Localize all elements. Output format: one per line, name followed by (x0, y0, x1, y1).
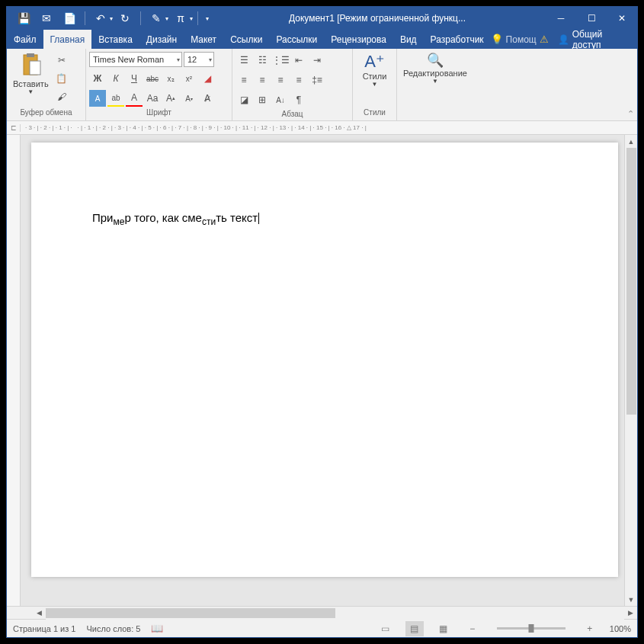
show-marks-button[interactable]: ¶ (290, 91, 307, 108)
tab-file[interactable]: Файл (7, 30, 43, 49)
ruler-ticks: · 3 · | · 2 · | · 1 · | · · | · 1 · | · … (21, 124, 637, 131)
highlight-color-button[interactable]: ab (107, 90, 124, 107)
horizontal-scrollbar[interactable]: ◀ ▶ (7, 606, 637, 619)
mail-button[interactable]: ✉ (36, 8, 57, 29)
editing-button[interactable]: 🔍 Редактирование ▼ (400, 50, 470, 86)
horizontal-ruler[interactable]: ⊏ · 3 · | · 2 · | · 1 · | · · | · 1 · | … (7, 121, 637, 135)
superscript-button[interactable]: x² (181, 70, 197, 87)
web-layout-button[interactable]: ▦ (434, 621, 453, 636)
proofing-icon[interactable]: 📖 (151, 623, 163, 634)
subscript-button[interactable]: x₂ (162, 70, 179, 87)
tab-mailings[interactable]: Рассылки (269, 30, 324, 49)
justify-button[interactable]: ≡ (290, 72, 307, 88)
paste-button[interactable]: Вставить ▼ (10, 50, 52, 97)
undo-button[interactable]: ↶ (90, 8, 111, 29)
save-button[interactable]: 💾 (13, 8, 34, 29)
tab-design[interactable]: Дизайн (139, 30, 184, 49)
font-color-button[interactable]: A (126, 90, 143, 107)
tab-references[interactable]: Ссылки (223, 30, 269, 49)
shading-button[interactable]: ◪ (235, 91, 252, 108)
draw-dropdown[interactable]: ▾ (165, 15, 168, 22)
scroll-down-button[interactable]: ▼ (625, 593, 637, 606)
close-button[interactable]: ✕ (607, 7, 637, 30)
vertical-ruler[interactable] (7, 135, 21, 606)
italic-button[interactable]: К (107, 70, 124, 87)
styles-button[interactable]: A⁺ Стили ▼ (360, 50, 390, 89)
page-status[interactable]: Страница 1 из 1 (13, 624, 75, 633)
scroll-right-button[interactable]: ▶ (624, 607, 637, 620)
cut-button[interactable]: ✂ (53, 52, 70, 69)
chevron-down-icon: ▼ (372, 81, 378, 88)
line-spacing-button[interactable]: ‡≡ (309, 72, 325, 88)
zoom-slider[interactable] (497, 627, 566, 630)
share-label: Общий доступ (572, 29, 625, 50)
hscroll-track[interactable] (46, 607, 624, 620)
font-name-combo[interactable]: Times New Roman (89, 52, 182, 67)
borders-button[interactable]: ⊞ (254, 91, 271, 108)
zoom-level[interactable]: 100% (610, 624, 631, 633)
redo-button[interactable]: ↻ (114, 8, 136, 29)
copy-button[interactable]: 📋 (53, 70, 70, 87)
increase-indent-button[interactable]: ⇥ (309, 52, 325, 69)
align-left-button[interactable]: ≡ (235, 72, 252, 88)
status-bar: Страница 1 из 1 Число слов: 5 📖 ▭ ▤ ▦ − … (7, 619, 637, 637)
tell-me[interactable]: Помощ (506, 34, 537, 45)
maximize-button[interactable]: ☐ (576, 7, 607, 30)
shrink-font-button[interactable]: A▾ (181, 90, 197, 107)
scroll-left-button[interactable]: ◀ (33, 607, 46, 620)
multilevel-button[interactable]: ⋮☰ (272, 52, 289, 69)
app-window: 💾 ✉ 📄 ↶▾ ↻ ✎▾ π▾ ▾ Документ1 [Режим огра… (6, 6, 638, 638)
tab-review[interactable]: Рецензирова (324, 30, 393, 49)
draw-button[interactable]: ✎ (146, 8, 167, 29)
text-cursor (258, 213, 259, 224)
word-count[interactable]: Число слов: 5 (86, 624, 140, 633)
window-title: Документ1 [Режим ограниченной функц... (209, 13, 546, 24)
underline-button[interactable]: Ч (126, 70, 143, 87)
text-effects-button[interactable]: ◢ (199, 70, 216, 87)
tab-view[interactable]: Вид (393, 30, 424, 49)
tab-layout[interactable]: Макет (184, 30, 223, 49)
hscroll-thumb[interactable] (46, 608, 335, 618)
highlight-button[interactable]: A (89, 90, 106, 107)
clear-format-button[interactable]: A̷ (199, 90, 216, 107)
chevron-down-icon: ▼ (432, 78, 438, 85)
print-layout-button[interactable]: ▤ (405, 621, 424, 636)
vscroll-track[interactable] (625, 148, 637, 593)
change-case-button[interactable]: Aa (144, 90, 161, 107)
grow-font-button[interactable]: A▴ (162, 90, 179, 107)
share-button[interactable]: 👤 Общий доступ (552, 29, 631, 50)
tab-developer[interactable]: Разработчик (424, 30, 491, 49)
minimize-button[interactable]: ─ (546, 7, 576, 30)
tab-insert[interactable]: Вставка (91, 30, 139, 49)
strike-button[interactable]: abc (144, 70, 161, 87)
font-group-label: Шрифт (89, 108, 229, 120)
paragraph-group-label: Абзац (235, 110, 349, 120)
font-size-combo[interactable]: 12 (184, 52, 214, 67)
undo-dropdown[interactable]: ▾ (110, 15, 113, 22)
zoom-thumb[interactable] (528, 624, 533, 633)
tab-home[interactable]: Главная (43, 30, 92, 49)
bold-button[interactable]: Ж (89, 70, 106, 87)
equation-dropdown[interactable]: ▾ (190, 15, 193, 22)
vscroll-thumb[interactable] (626, 148, 636, 415)
zoom-out-button[interactable]: − (463, 621, 482, 636)
ruler-corner: ⊏ (7, 124, 21, 132)
page[interactable]: Пример того, как сместить текст (31, 143, 618, 577)
window-controls: ─ ☐ ✕ (546, 7, 637, 30)
numbering-button[interactable]: ☷ (254, 52, 271, 69)
align-center-button[interactable]: ≡ (254, 72, 271, 88)
editing-group-label (400, 108, 470, 120)
sort-button[interactable]: A↓ (272, 91, 289, 108)
bullets-button[interactable]: ☰ (235, 52, 252, 69)
decrease-indent-button[interactable]: ⇤ (290, 52, 307, 69)
scroll-up-button[interactable]: ▲ (625, 135, 637, 148)
format-painter-button[interactable]: 🖌 (53, 88, 70, 105)
vertical-scrollbar[interactable]: ▲ ▼ (624, 135, 637, 606)
zoom-in-button[interactable]: + (581, 621, 599, 636)
collapse-ribbon-button[interactable]: ⌃ (627, 109, 634, 119)
document-text[interactable]: Пример того, как сместить текст (92, 212, 259, 224)
new-doc-button[interactable]: 📄 (59, 8, 80, 29)
align-right-button[interactable]: ≡ (272, 72, 289, 88)
equation-button[interactable]: π (170, 8, 191, 29)
read-mode-button[interactable]: ▭ (376, 621, 395, 636)
